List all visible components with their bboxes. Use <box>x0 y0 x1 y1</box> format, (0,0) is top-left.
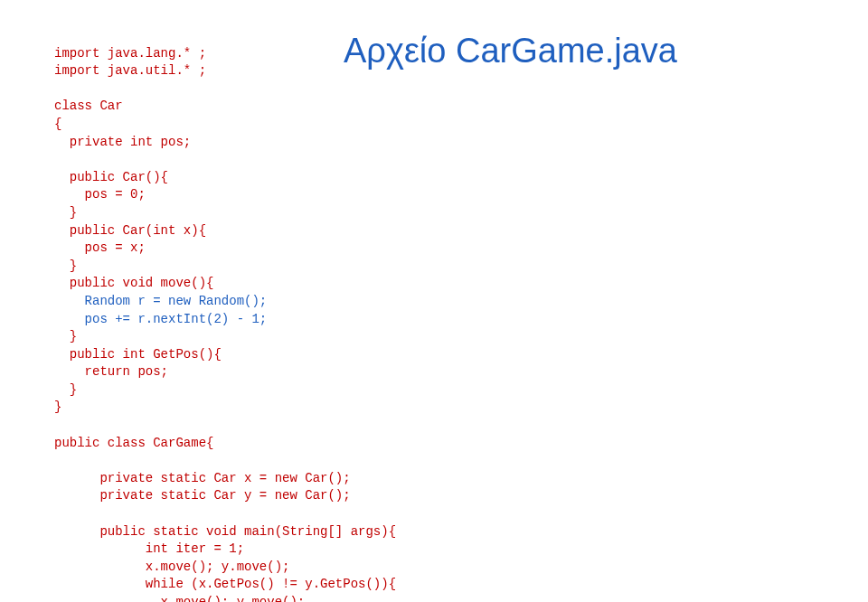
code-line: } <box>54 329 77 343</box>
code-line: } <box>54 205 77 220</box>
code-line: public void move(){ <box>54 276 213 290</box>
code-line-blue: pos += r.nextInt(2) - 1; <box>54 312 267 326</box>
code-line: import java.lang.* ; <box>54 46 206 61</box>
code-line: private static Car x = new Car(); <box>54 471 351 485</box>
code-line: } <box>54 259 77 273</box>
code-line: x.move(); y.move(); <box>54 595 305 602</box>
code-line: return pos; <box>54 364 168 379</box>
code-line: class Car <box>54 99 123 113</box>
code-line: public Car(int x){ <box>54 223 206 238</box>
code-line: } <box>54 400 61 414</box>
code-line: while (x.GetPos() != y.GetPos()){ <box>54 577 396 591</box>
page-title: Αρχείο CarGame.java <box>344 27 677 75</box>
code-line: { <box>54 117 61 131</box>
code-line: } <box>54 382 77 397</box>
code-line: pos = x; <box>54 240 146 255</box>
code-line: private int pos; <box>54 135 191 149</box>
code-line: public static void main(String[] args){ <box>54 524 396 539</box>
code-line: public int GetPos(){ <box>54 347 222 362</box>
code-line: private static Car y = new Car(); <box>54 488 351 503</box>
code-line: import java.util.* ; <box>54 63 206 78</box>
code-line: pos = 0; <box>54 187 146 202</box>
code-line: x.move(); y.move(); <box>54 560 289 574</box>
code-line: public Car(){ <box>54 170 168 184</box>
code-line: public class CarGame{ <box>54 436 213 450</box>
code-line: int iter = 1; <box>54 541 244 556</box>
code-line-blue: Random r = new Random(); <box>54 294 267 308</box>
code-block: import java.lang.* ; import java.util.* … <box>54 27 814 602</box>
